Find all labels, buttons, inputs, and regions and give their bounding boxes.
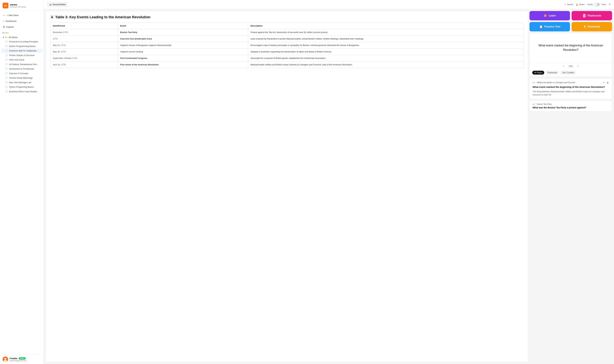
deck-name: Calculus II Formulas (9, 72, 28, 75)
sidebar: m memo (formerly PDF2Anki) ＋ + New Deck … (0, 0, 44, 364)
share-button[interactable]: 🔒 Share (576, 3, 585, 6)
deck-name: Financial Accounting Principles (9, 40, 38, 43)
table-row: April 19, 1775 First shots of the Americ… (51, 62, 523, 68)
practice-test-button[interactable]: 📋 Practice Test (530, 22, 570, 31)
col-header-description: Description (248, 23, 523, 29)
deck-name: America's War for Independe... (9, 50, 38, 52)
user-email: pdf2anki@gmail.com (10, 360, 27, 362)
delete-card-button[interactable]: 🗑 (607, 81, 609, 84)
filter-all-topics[interactable]: All Topics (532, 71, 544, 75)
cell-description: Protest against the Tea Act; destruction… (248, 29, 523, 36)
action-buttons: 🎯 Learn 🃏 Flashcards 📋 Practice Test ⬇ D… (530, 11, 612, 31)
next-card-button[interactable]: → (576, 65, 579, 68)
cell-date: 1774 (51, 36, 118, 42)
toggle-knob (594, 3, 597, 6)
card-meta: p.1 Military Escalation in Lexington and… (532, 81, 609, 84)
deck-item[interactable]: 📄 Introduction to Architecture (1, 67, 42, 71)
cell-description: Adopted a resolution supporting the pres… (248, 49, 523, 55)
logo-letter: m (4, 4, 6, 7)
file-icon: 📄 (5, 40, 8, 43)
sidebar-item-dashboard[interactable]: ⌂ Dashboard (1, 18, 42, 24)
file-icon: 📄 (5, 45, 8, 47)
flashcards-label: Flashcards (587, 14, 601, 17)
flashcard-content: What event marked the beginning of the A… (530, 33, 612, 62)
deck-item[interactable]: 📄 Ancient Greek Mythology (1, 76, 42, 80)
decks-section-label: Decks (0, 31, 43, 34)
flashcards-button[interactable]: 🃏 Flashcards (572, 11, 612, 20)
cell-event: Virginia's secret meeting (118, 49, 248, 55)
deck-item[interactable]: 📄 Python Programming Basics (1, 44, 42, 48)
sword-icon: ⚔ (50, 15, 54, 19)
deck-item[interactable]: 📄 Calculus II Formulas (1, 71, 42, 76)
card-page: p.1 (532, 81, 535, 84)
flashcard-filters: All Topics Flashcards Sort: Creation (530, 70, 612, 77)
refresh-button[interactable]: ↻ (609, 3, 611, 6)
deck-item[interactable]: 📄 New York Marriage Law (1, 80, 42, 85)
learn-button[interactable]: 🎯 Learn (530, 11, 570, 20)
table-row: December 1773 Boston Tea Party Protest a… (51, 29, 523, 36)
deck-item[interactable]: 📄 Art History: Renaissance Peri... (1, 62, 42, 66)
deck-name: New York Marriage Law (9, 81, 31, 84)
explore-icon: ⊞ (3, 26, 5, 28)
notes-panel: ⚔ Table 3: Key Events Leading to the Ame… (46, 11, 528, 362)
file-icon: 📄 (5, 86, 8, 88)
deck-name: Introduction to Architecture (9, 68, 34, 70)
learn-icon: 🎯 (544, 14, 547, 17)
deck-item[interactable]: 📄 Business Ethics Case Studies (1, 89, 42, 94)
home-icon: ⌂ (3, 20, 4, 23)
file-icon: 📄 (5, 63, 8, 65)
filter-sort[interactable]: Sort: Creation (560, 71, 576, 75)
folder-icon: 📁 (5, 36, 8, 39)
deck-item[interactable]: 📄 Financial Accounting Principles (1, 39, 42, 44)
header-tabs: 🗂 Source/Notes (47, 2, 68, 7)
flashcard-navigation: ← 1/21 → (530, 62, 612, 70)
col-header-event: Event (118, 23, 248, 29)
file-icon: 📄 (5, 50, 8, 52)
tutor-label: Tutor (601, 3, 606, 6)
deck-name: Python Programming Basics (9, 45, 36, 47)
edit-card-button[interactable]: ✏ (603, 81, 605, 84)
cell-description: Laws enacted by Parliament to punish Mas… (248, 36, 523, 42)
prev-card-button[interactable]: ← (562, 65, 565, 68)
deck-item[interactable]: 📄 Protein Shapes & Structure (1, 53, 42, 57)
sidebar-item-explore[interactable]: ⊞ Explore (1, 24, 42, 30)
deck-item[interactable]: 📄 Citric Acid Cycle (1, 58, 42, 62)
card-actions: ✏ 🗑 (603, 81, 609, 84)
filter-flashcards[interactable]: Flashcards (546, 71, 559, 75)
dashboard-label: Dashboard (6, 20, 16, 22)
app-name: memo (10, 3, 26, 6)
cell-description: Encouraged a day of fasting and prayer i… (248, 42, 523, 49)
cards-toggle: Cards Tutor (587, 3, 606, 6)
main-area: 🗂 Source/Notes ✓ Saved 🔒 Share Cards Tut… (44, 0, 614, 364)
table-row: September–October 1774 First Continental… (51, 55, 523, 62)
chevron-down-icon: ▾ (3, 36, 4, 39)
share-label: Share (579, 3, 585, 6)
deck-name: Business Ethics Case Studies (9, 90, 37, 93)
table-row: May 30, 1774 Virginia's secret meeting A… (51, 49, 523, 55)
download-label: Download (587, 25, 600, 28)
source-tab-icon: 🗂 (49, 3, 52, 6)
lock-icon: 🔒 (576, 3, 578, 6)
app-subtitle: (formerly PDF2Anki) (10, 6, 26, 8)
all-decks-label: All Decks (9, 36, 17, 39)
cell-event: Coercive Acts (Intolerable Acts) (118, 36, 248, 42)
file-icon: 📄 (5, 90, 8, 93)
footer-user-info: Freddie Active pdf2anki@gmail.com (10, 357, 27, 362)
saved-indicator: ✓ Saved (564, 3, 573, 6)
all-decks-group[interactable]: ▾ 📁 All Decks (1, 35, 42, 39)
tab-source-notes[interactable]: 🗂 Source/Notes (47, 2, 68, 7)
cell-event: First shots of the American Revolution (118, 62, 248, 68)
toggle-switch[interactable] (594, 3, 600, 6)
sidebar-footer: Freddie Active pdf2anki@gmail.com (0, 354, 43, 364)
card-topic-2: Boston Tea Party (537, 103, 552, 105)
new-deck-label: + New Deck (7, 14, 18, 16)
deck-item-active[interactable]: 📄 America's War for Independe... (1, 49, 42, 53)
learn-label: Learn (549, 14, 556, 17)
deck-item[interactable]: 📄 Python Programing Basics (1, 85, 42, 89)
cell-event: Virginia's House of Burgesses supports M… (118, 42, 248, 49)
card-list-item-1: p.1 Military Escalation in Lexington and… (530, 78, 612, 99)
sidebar-item-new-deck[interactable]: ＋ + New Deck (1, 13, 42, 18)
download-button[interactable]: ⬇ Download (572, 22, 612, 31)
file-icon: 📄 (5, 54, 8, 56)
cell-event: Boston Tea Party (118, 29, 248, 36)
